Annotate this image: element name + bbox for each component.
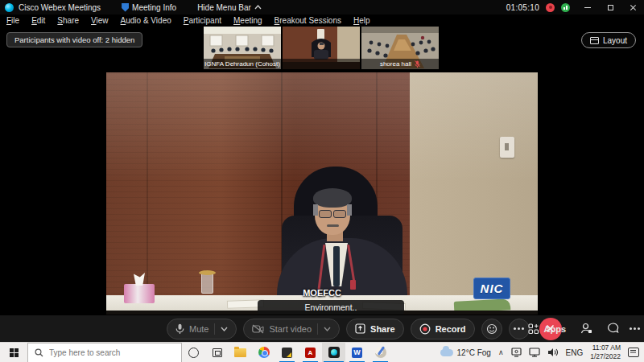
thumbnail-name-label: shorea hall: [361, 59, 439, 69]
meeting-stage: Participants with video off: 2 hidden La…: [0, 26, 644, 315]
thumbnail-name-label: IGNFA Dehradun (Cohost): [204, 59, 281, 69]
title-bar: Cisco Webex Meetings Meeting Info Hide M…: [0, 0, 644, 14]
menu-meeting[interactable]: Meeting: [233, 16, 262, 25]
ellipsis-icon: [634, 327, 636, 330]
chat-bubble-icon: [607, 323, 619, 334]
hide-menu-bar-button[interactable]: Hide Menu Bar: [197, 3, 262, 12]
apps-button[interactable]: Apps: [528, 323, 567, 335]
reactions-button[interactable]: [481, 319, 502, 339]
smiley-icon: [486, 323, 497, 335]
more-panels-button[interactable]: [634, 327, 636, 330]
network-icon[interactable]: [529, 348, 540, 357]
layout-button[interactable]: Layout: [581, 32, 636, 48]
chrome-icon: [258, 347, 270, 358]
chevron-down-icon[interactable]: [221, 327, 228, 331]
speaker-name-label: MOEFCC: [106, 288, 538, 298]
menu-breakout-sessions[interactable]: Breakout Sessions: [275, 16, 341, 25]
thumbnail-name-label: [283, 59, 360, 69]
chevron-up-icon: [254, 5, 262, 10]
chrome-button[interactable]: [252, 343, 275, 362]
close-button[interactable]: [621, 0, 644, 14]
start-button[interactable]: [0, 343, 27, 362]
participants-panel-button[interactable]: [580, 323, 592, 335]
apps-grid-icon: [528, 323, 539, 335]
action-center-icon[interactable]: [628, 348, 639, 357]
meeting-timer: 01:05:10: [506, 3, 539, 12]
chevron-down-icon[interactable]: [324, 327, 331, 331]
minimize-button[interactable]: [576, 0, 599, 14]
webex-logo-icon: [5, 3, 14, 12]
weather-widget[interactable]: 12°C Fog: [440, 348, 491, 357]
windows-logo-icon: [10, 348, 19, 357]
clock[interactable]: 11:07 AM 1/27/2022: [590, 343, 621, 360]
menu-participant[interactable]: Participant: [184, 16, 221, 25]
webex-icon: [328, 347, 340, 358]
paint-icon: [375, 347, 386, 358]
menu-edit[interactable]: Edit: [31, 16, 45, 25]
hidden-icons-button[interactable]: ∧: [498, 348, 504, 356]
mute-button[interactable]: Mute: [167, 319, 237, 339]
search-input[interactable]: [49, 348, 162, 357]
menu-share[interactable]: Share: [57, 16, 79, 25]
microphone-icon: [175, 323, 184, 335]
maximize-button[interactable]: [599, 0, 621, 14]
paint-button[interactable]: [369, 343, 392, 362]
language-indicator[interactable]: ENG: [566, 348, 584, 357]
more-options-button[interactable]: [509, 319, 530, 339]
menu-bar: File Edit Share View Audio & Video Parti…: [0, 14, 644, 26]
chat-panel-button[interactable]: [607, 323, 619, 335]
tray-app-icon[interactable]: [511, 348, 522, 357]
layout-grid-icon: [590, 37, 599, 44]
system-tray: 12°C Fog ∧ ENG 11:07 AM 1/27/2022: [440, 343, 644, 360]
video-thumbnail-shorea-hall[interactable]: shorea hall: [361, 27, 439, 69]
participants-icon: [580, 323, 592, 334]
ellipsis-icon: [518, 327, 520, 330]
video-thumbnail-strip: IGNFA Dehradun (Cohost): [204, 27, 439, 69]
muted-mic-icon: [415, 60, 420, 68]
record-button[interactable]: Record: [411, 319, 475, 339]
video-thumbnail-ignfa[interactable]: IGNFA Dehradun (Cohost): [204, 27, 281, 69]
word-button[interactable]: W: [345, 343, 369, 362]
webex-meeting-window: Cisco Webex Meetings Meeting Info Hide M…: [0, 0, 644, 362]
sticky-notes-icon: [282, 348, 292, 358]
taskbar-search[interactable]: [27, 343, 182, 362]
task-view-icon: [213, 348, 222, 357]
menu-view[interactable]: View: [91, 16, 109, 25]
share-screen-icon: [355, 323, 365, 334]
search-icon: [35, 348, 43, 357]
task-view-button[interactable]: [205, 343, 229, 362]
meeting-info-button[interactable]: Meeting Info: [122, 3, 176, 12]
menu-audio-video[interactable]: Audio & Video: [121, 16, 171, 25]
recording-indicator-icon: [546, 3, 555, 12]
windows-taskbar: A W 12°C Fog ∧ ENG: [0, 342, 644, 362]
closed-caption: Environment..: [258, 300, 404, 315]
videos-off-banner[interactable]: Participants with video off: 2 hidden: [6, 32, 142, 47]
acrobat-icon: A: [305, 348, 316, 358]
folder-icon: [234, 348, 246, 357]
cortana-button[interactable]: [182, 343, 205, 362]
eyeglasses: [318, 210, 347, 217]
video-thumbnail-moefcc[interactable]: [283, 27, 360, 69]
file-explorer-button[interactable]: [229, 343, 252, 362]
connection-quality-icon: [561, 3, 570, 12]
word-icon: W: [352, 348, 362, 358]
record-icon: [419, 323, 431, 335]
menu-file[interactable]: File: [6, 16, 19, 25]
cortana-icon: [188, 348, 199, 358]
acrobat-button[interactable]: A: [299, 343, 322, 362]
sticky-notes-button[interactable]: [275, 343, 299, 362]
menu-help[interactable]: Help: [353, 16, 370, 25]
camera-off-icon: [252, 324, 264, 334]
volume-icon[interactable]: [547, 348, 559, 357]
app-title: Cisco Webex Meetings: [19, 3, 101, 12]
webex-taskbar-button[interactable]: [322, 343, 345, 362]
start-video-button[interactable]: Start video: [243, 319, 340, 339]
share-button[interactable]: Share: [346, 319, 404, 339]
main-video[interactable]: NIC MOEFCC Environment..: [106, 72, 538, 315]
shield-icon: [122, 3, 129, 12]
cloud-icon: [440, 349, 453, 356]
meeting-control-bar: Mute Start video: [0, 315, 644, 342]
